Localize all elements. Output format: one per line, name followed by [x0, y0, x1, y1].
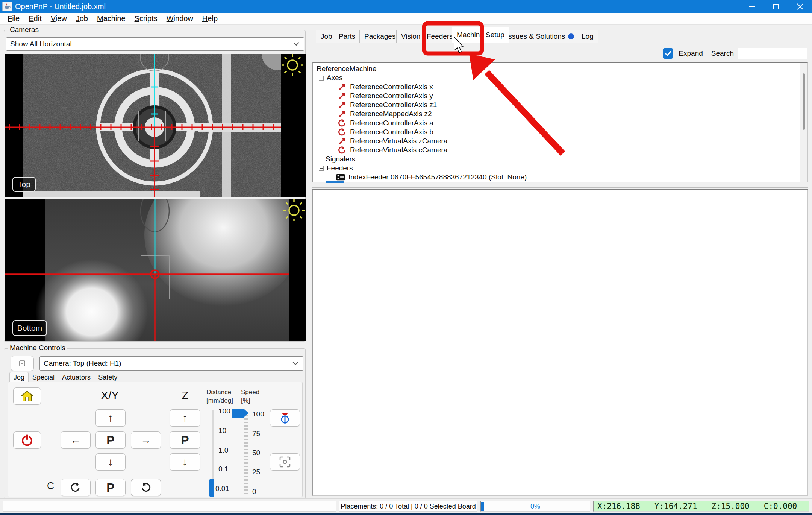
speed-tick-100: 100: [252, 410, 264, 418]
expand-checkbox-label[interactable]: Expand: [677, 49, 704, 58]
menu-view[interactable]: View: [47, 14, 71, 24]
jog-z-plus-button[interactable]: ↑: [170, 409, 200, 427]
minimize-button[interactable]: [740, 0, 764, 13]
tree-item-index-feeder[interactable]: IndexFeeder 0670FF565457888367212340 (Sl…: [315, 173, 799, 182]
chevron-down-icon: [292, 361, 299, 366]
search-input[interactable]: [738, 48, 807, 59]
tree-item-axis-x[interactable]: ReferenceControllerAxis x: [315, 82, 799, 91]
camera-viewfinder-icon: [279, 456, 291, 468]
tab-issues-solutions[interactable]: Issues & Solutions: [501, 30, 579, 43]
tab-packages[interactable]: Packages: [359, 30, 400, 43]
tab-parts[interactable]: Parts: [334, 30, 360, 43]
jog-y-plus-button[interactable]: ↑: [95, 409, 126, 427]
linear-axis-icon: [338, 101, 347, 109]
menu-window[interactable]: Window: [163, 14, 197, 24]
distance-label: Distance [mm/deg]: [206, 388, 233, 405]
collapse-controls-button[interactable]: [11, 356, 34, 371]
menu-job[interactable]: Job: [72, 14, 92, 24]
close-button[interactable]: [788, 0, 812, 13]
tree-item-feeders[interactable]: Feeders: [315, 164, 799, 173]
dro-y: Y:164.271: [654, 502, 697, 511]
jog-c-ccw-button[interactable]: [61, 479, 91, 496]
park-c-button[interactable]: P: [95, 479, 126, 496]
tree-item-signalers[interactable]: Signalers: [315, 155, 799, 164]
machine-setup-toolbar: Expand Search: [663, 45, 807, 62]
jog-c-cw-button[interactable]: [131, 479, 161, 496]
menu-scripts[interactable]: Scripts: [131, 14, 161, 24]
tree-item-axis-zcamera[interactable]: ReferenceVirtualAxis zCamera: [315, 137, 799, 146]
speed-label: Speed [%]: [241, 388, 259, 405]
java-cup-icon: [4, 3, 11, 10]
tab-vision[interactable]: Vision: [396, 30, 425, 43]
xy-axis-header: X/Y: [101, 389, 119, 402]
jog-y-minus-button[interactable]: ↓: [95, 453, 126, 471]
top-camera-label: Top: [12, 177, 36, 192]
rotate-cw-icon: [140, 482, 151, 493]
camera-view-selector[interactable]: Show All Horizontal: [6, 37, 304, 51]
jog-x-plus-button[interactable]: →: [131, 431, 161, 449]
tree-item-axis-a[interactable]: ReferenceControllerAxis a: [315, 118, 799, 128]
tree-item-reference-machine[interactable]: ReferenceMachine: [315, 64, 799, 73]
park-xy-button[interactable]: P: [95, 431, 126, 449]
main-content: Cameras Show All Horizontal: [0, 25, 812, 498]
tree-item-axis-y[interactable]: ReferenceControllerAxis y: [315, 91, 799, 100]
arrow-up-icon: ↑: [108, 412, 113, 424]
tree-item-axes[interactable]: Axes: [315, 73, 799, 82]
tab-jog[interactable]: Jog: [9, 372, 29, 383]
z-axis-header: Z: [182, 389, 188, 402]
arrow-up-icon: ↑: [182, 412, 188, 424]
linear-axis-icon: [338, 83, 347, 91]
tab-special[interactable]: Special: [29, 372, 58, 383]
tree-scrollbar[interactable]: [800, 63, 807, 182]
tree-scrollbar-thumb[interactable]: [803, 73, 805, 130]
bottom-camera-image: [5, 199, 306, 341]
tree-item-axis-z1[interactable]: ReferenceControllerAxis z1: [315, 100, 799, 109]
tab-safety[interactable]: Safety: [94, 372, 121, 383]
head-camera-selector[interactable]: Camera: Top (Head: H1): [39, 356, 303, 371]
park-z-button[interactable]: P: [170, 431, 200, 449]
top-camera-view[interactable]: Top: [5, 54, 306, 197]
tab-log[interactable]: Log: [577, 30, 598, 43]
menu-file[interactable]: File: [4, 14, 23, 24]
arrow-right-icon: →: [141, 434, 151, 446]
distance-tick-100: 100: [218, 407, 230, 415]
menu-machine[interactable]: Machine: [93, 14, 129, 24]
linear-axis-icon: [338, 92, 347, 100]
check-icon: [665, 51, 671, 56]
tab-machine-setup[interactable]: Machine Setup: [452, 27, 509, 43]
minimize-icon: [749, 6, 755, 7]
tree-item-axis-b[interactable]: ReferenceControllerAxis b: [315, 128, 799, 137]
status-bar: Placements: 0 / 0 Total | 0 / 0 Selected…: [0, 498, 812, 513]
menu-help[interactable]: Help: [198, 14, 221, 24]
tree-item-axis-ccamera[interactable]: ReferenceVirtualAxis cCamera: [315, 146, 799, 155]
camera-view-selector-value: Show All Horizontal: [10, 40, 72, 48]
speed-slider-track[interactable]: [244, 412, 248, 496]
jog-z-minus-button[interactable]: ↓: [170, 453, 200, 471]
menu-edit[interactable]: Edit: [25, 14, 45, 24]
capture-position-button[interactable]: [270, 453, 300, 471]
tree-item-axis-z2[interactable]: ReferenceMappedAxis z2: [315, 109, 799, 118]
power-button[interactable]: [13, 431, 41, 449]
expand-checkbox[interactable]: [663, 48, 673, 59]
main-tab-bar: Job Parts Packages Vision Feeders Machin…: [309, 25, 812, 45]
arrow-down-icon: ↓: [108, 456, 113, 468]
horizontal-splitter[interactable]: [312, 184, 808, 188]
maximize-button[interactable]: [764, 0, 788, 13]
tab-actuators[interactable]: Actuators: [58, 372, 94, 383]
jog-panel: X/Y Z Distance [mm/deg] Speed [%] ↑ ← P …: [8, 382, 303, 497]
right-column: Job Parts Packages Vision Feeders Machin…: [309, 25, 812, 498]
window-title: OpenPnP - Untitled.job.xml: [15, 2, 106, 11]
distance-slider-handle[interactable]: [209, 479, 214, 497]
status-message-field: [3, 501, 336, 512]
chevron-down-icon: [292, 42, 300, 46]
bottom-camera-view[interactable]: Bottom: [5, 199, 306, 341]
head-camera-selector-value: Camera: Top (Head: H1): [44, 359, 121, 368]
rotate-ccw-icon: [70, 482, 81, 493]
home-button[interactable]: [13, 387, 41, 405]
rotary-axis-icon: [338, 119, 347, 127]
jog-x-minus-button[interactable]: ←: [61, 431, 91, 449]
tree-rows: ReferenceMachine Axes ReferenceControlle…: [315, 64, 799, 181]
tree-guide-line: [333, 85, 333, 157]
dro-x: X:216.188: [597, 502, 640, 511]
position-camera-button[interactable]: [270, 409, 300, 427]
